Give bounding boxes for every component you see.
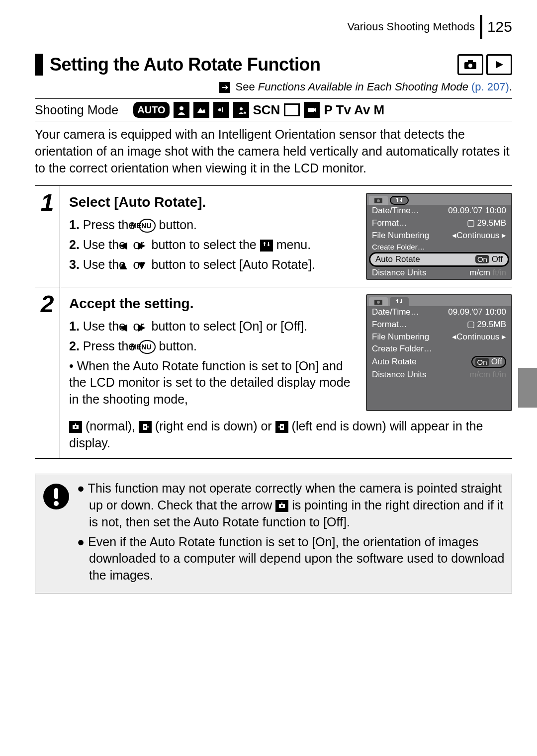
step-2-heading: Accept the setting. [69,294,359,313]
see-link-text: Functions Available in Each Shooting Mod… [258,81,468,93]
orientation-right-icon [139,421,152,433]
svg-text:★: ★ [243,110,246,115]
menu-button-icon: MENU [139,340,155,354]
orientation-arrow-icon [275,500,288,512]
landscape-mode-icon [193,102,209,118]
caution-note: ● This function may not operate correctl… [35,474,512,593]
step-1-line-3: 3. Use the ▲ or ▼ button to select [Auto… [69,256,359,273]
svg-point-4 [179,106,183,110]
tools-menu-icon [260,240,273,252]
step-1-heading: Select [Auto Rotate]. [69,193,359,212]
svg-point-29 [281,505,283,507]
camera-mode-icon [457,54,483,75]
header-divider [480,15,482,39]
mode-indicator-icons [457,54,512,75]
section-bar [35,54,43,76]
lcd-camera-tab-icon [369,297,388,306]
movie-mode-icon [304,102,320,118]
svg-rect-24 [278,426,280,427]
svg-rect-18 [75,423,76,425]
step-1: 1 Select [Auto Rotate]. 1. Press the MEN… [35,185,512,287]
note-bullet-1: ● This function may not operate correctl… [77,480,506,530]
lcd-auto-rotate-row: Auto Rotate On Off [367,355,511,369]
page-side-tab [518,368,537,408]
note-bullet-2: ● Even if the Auto Rotate function is se… [77,534,506,584]
svg-point-27 [54,501,59,506]
see-prefix: See [236,81,258,93]
svg-point-6 [218,108,221,111]
playback-mode-icon [486,54,512,75]
svg-rect-26 [54,488,58,499]
orientation-left-icon [275,421,288,433]
camera-lcd-screenshot-2: Date/Time…09.09.'07 10:00 Format…▢ 29.5M… [366,294,512,411]
portrait-mode-icon [174,102,189,118]
svg-point-15 [377,301,380,304]
auto-mode-icon: AUTO [133,102,169,118]
shooting-mode-label: Shooting Mode [35,103,118,117]
svg-point-2 [468,64,472,68]
night-mode-icon [213,102,229,118]
step-2-line-2: 2. Press the MENU button. [69,338,359,355]
svg-rect-30 [281,503,282,504]
svg-point-23 [281,426,283,428]
svg-marker-3 [496,61,503,68]
step-1-line-1: 1. Press the MENU button. [69,217,359,234]
special-mode-icon: ★ [233,102,249,118]
shooting-mode-icons: AUTO ★ SCN P Tv Av M [133,102,384,118]
stitch-mode-icon [284,103,300,116]
scn-mode-label: SCN [253,102,280,118]
step-2-bullet-partial: • When the Auto Rotate function is set t… [69,358,359,408]
lcd-auto-rotate-row-highlighted: Auto Rotate On Off [369,252,509,267]
step-2: 2 Accept the setting. 1. Use the ◄ or ► … [35,287,512,459]
camera-lcd-screenshot-1: Date/Time…09.09.'07 10:00 Format…▢ 29.5M… [366,193,512,280]
arrow-right-icon: ➔ [219,82,230,93]
lcd-tools-tab-icon [390,297,409,306]
svg-point-20 [144,426,146,428]
svg-point-17 [75,426,77,428]
lcd-tools-tab-icon [390,196,409,205]
step-number-2: 2 [41,292,54,316]
orientation-normal-icon [69,421,82,433]
svg-rect-1 [468,60,473,63]
svg-rect-10 [308,108,314,112]
caution-icon [41,480,71,587]
page-header: Various Shooting Methods 125 [35,15,512,39]
step-number-1: 1 [41,191,54,215]
see-functions-link: ➔ See Functions Available in Each Shooti… [35,81,512,93]
step-2-bullet-continued: (normal), (right end is down) or (left e… [69,418,512,452]
ptvavmm-modes: P Tv Av M [324,102,384,118]
svg-marker-11 [314,108,316,112]
section-title: Setting the Auto Rotate Function [50,54,457,75]
lcd-on-off-circled: On Off [471,356,506,368]
step-1-line-2: 2. Use the ◄ or ► button to select the m… [69,237,359,253]
shooting-mode-row: Shooting Mode AUTO ★ SCN P Tv Av M [35,98,512,121]
svg-point-13 [377,199,380,202]
see-page-ref: (p. 207) [471,81,509,93]
step-2-line-1: 1. Use the ◄ or ► button to select [On] … [69,318,359,335]
page-number: 125 [487,18,512,35]
menu-button-icon: MENU [139,219,155,233]
lcd-camera-tab-icon [369,196,388,205]
svg-rect-21 [147,426,149,427]
section-title-row: Setting the Auto Rotate Function [35,54,512,76]
svg-rect-7 [222,107,223,112]
chapter-title: Various Shooting Methods [348,20,475,33]
svg-marker-5 [197,108,205,113]
svg-point-8 [240,107,243,110]
intro-text: Your camera is equipped with an Intellig… [35,126,512,176]
